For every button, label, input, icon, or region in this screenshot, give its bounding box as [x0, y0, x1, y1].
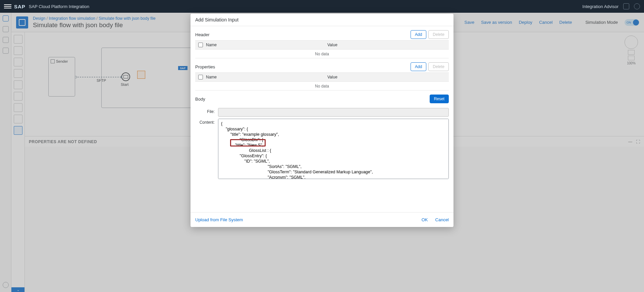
header-col-value: Value [327, 43, 449, 47]
properties-section-label: Properties [195, 64, 215, 69]
integration-advisor-link[interactable]: Integration Advisor [582, 4, 619, 9]
dialog-ok-button[interactable]: OK [422, 217, 428, 222]
properties-select-all-checkbox[interactable] [198, 75, 203, 79]
content-label: Content: [195, 119, 218, 125]
body-reset-button[interactable]: Reset [430, 95, 449, 103]
shell-header: SAP SAP Cloud Platform Integration Integ… [0, 0, 644, 13]
properties-table-header: Name Value [195, 72, 449, 82]
header-delete-button: Delete [428, 30, 449, 39]
dialog-cancel-button[interactable]: Cancel [435, 217, 449, 222]
file-input[interactable] [218, 108, 449, 117]
properties-col-value: Value [327, 75, 449, 79]
properties-no-data: No data [195, 82, 449, 91]
header-no-data: No data [195, 50, 449, 58]
body-section-label: Body [195, 97, 205, 102]
content-textarea[interactable] [218, 119, 449, 179]
product-title: SAP Cloud Platform Integration [29, 4, 89, 9]
dialog-title: Add Simulation Input [191, 14, 453, 26]
header-add-button[interactable]: Add [411, 30, 426, 39]
header-select-all-checkbox[interactable] [198, 43, 203, 47]
header-table-header: Name Value [195, 40, 449, 50]
file-label: File: [195, 108, 218, 114]
header-section-label: Header [195, 32, 210, 37]
add-simulation-input-dialog: Add Simulation Input Header Add Delete N… [191, 14, 453, 227]
menu-icon[interactable] [4, 3, 11, 10]
properties-col-name: Name [206, 75, 327, 79]
upload-from-file-system-link[interactable]: Upload from File System [195, 217, 243, 222]
properties-delete-button: Delete [428, 62, 449, 71]
properties-add-button[interactable]: Add [411, 62, 426, 71]
user-icon[interactable] [634, 3, 640, 9]
sap-logo: SAP [14, 4, 25, 9]
notebook-icon[interactable] [623, 3, 629, 9]
header-col-name: Name [206, 43, 327, 47]
